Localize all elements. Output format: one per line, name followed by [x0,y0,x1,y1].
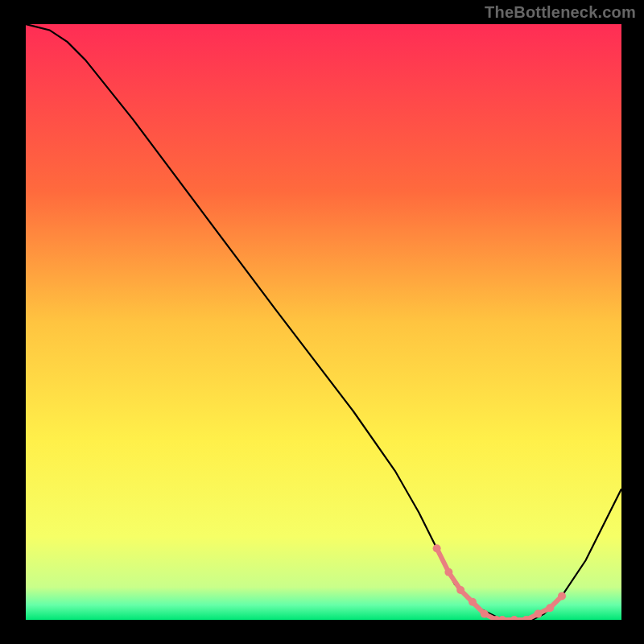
optimal-point-marker [433,544,441,552]
optimal-point-marker [481,610,489,618]
optimal-point-marker [444,568,452,576]
watermark-text: TheBottleneck.com [485,3,636,22]
optimal-point-marker [546,604,554,612]
optimal-point-marker [534,610,542,618]
bottleneck-plot [26,24,621,620]
optimal-point-marker [469,598,477,606]
optimal-point-marker [456,586,464,594]
plot-svg [26,24,621,620]
optimal-point-marker [558,592,566,600]
gradient-background [26,24,621,620]
chart-frame: TheBottleneck.com [0,0,644,644]
